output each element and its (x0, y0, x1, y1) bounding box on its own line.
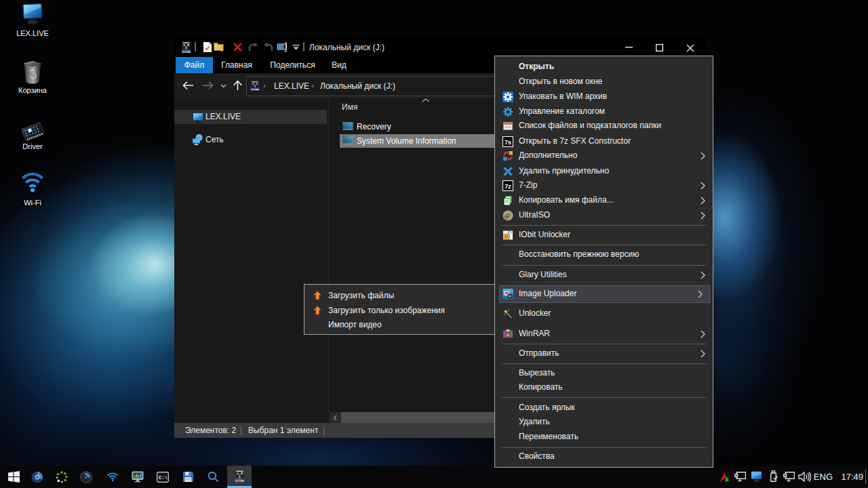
svg-text:C:\: C:\ (159, 474, 167, 480)
svg-text:7s: 7s (505, 138, 511, 145)
svg-text:7z: 7z (505, 183, 511, 190)
